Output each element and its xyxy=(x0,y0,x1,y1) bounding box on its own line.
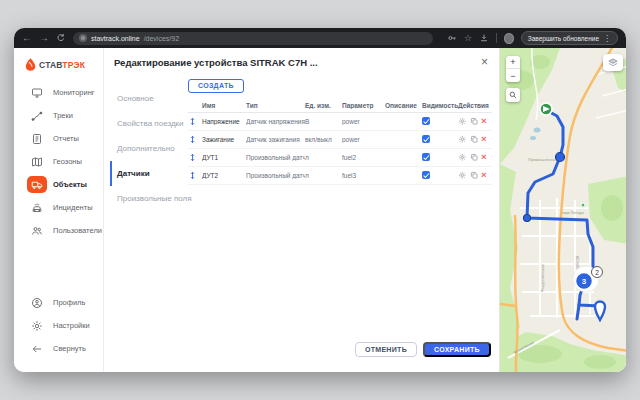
sensor-param: fuel2 xyxy=(342,154,385,161)
tab-additional[interactable]: Дополнительно xyxy=(110,136,188,161)
visibility-checkbox[interactable] xyxy=(422,135,430,143)
reorder-icon[interactable] xyxy=(188,116,202,127)
visibility-checkbox[interactable] xyxy=(422,117,430,125)
sidebar-footer: Профиль Настройки xyxy=(14,291,103,360)
tracks-icon xyxy=(27,107,47,124)
sensor-type: Датчик зажигания xyxy=(246,136,305,143)
browser-avatar[interactable] xyxy=(504,33,514,44)
sensor-param: fuel3 xyxy=(342,172,385,179)
waypoint-marker[interactable] xyxy=(523,215,530,222)
brand-name: СТАВТРЭК xyxy=(39,60,85,70)
sidebar-item-settings[interactable]: Настройки xyxy=(14,314,103,337)
save-button[interactable]: СОХРАНИТЬ xyxy=(423,342,491,357)
zoom-out-button[interactable]: − xyxy=(506,69,520,82)
create-button[interactable]: СОЗДАТЬ xyxy=(188,79,244,93)
sensor-unit: В xyxy=(305,118,342,125)
sensor-unit: л xyxy=(305,154,342,161)
sidebar-item-collapse[interactable]: Свернуть xyxy=(14,337,103,360)
sensor-param: power xyxy=(342,136,385,143)
sensor-type: Произвольный датчик xyxy=(246,154,305,161)
map-panel[interactable]: Промышленный парк Победы 50 лет ВЛКСМ Ро… xyxy=(499,48,626,372)
key-icon[interactable] xyxy=(447,33,457,44)
sidebar-item-monitoring[interactable]: Мониторинг xyxy=(14,81,103,104)
bookmark-star-icon[interactable]: ☆ xyxy=(464,33,472,43)
kebab-menu-icon[interactable]: ⋮ xyxy=(603,34,611,43)
finish-update-label: Завершить обновление xyxy=(528,35,599,42)
download-icon[interactable] xyxy=(479,33,489,44)
delete-icon[interactable]: × xyxy=(481,117,487,125)
flame-icon xyxy=(25,58,36,71)
incident-icon xyxy=(27,199,47,216)
sidebar: СТАВТРЭК Мониторинг xyxy=(14,48,104,372)
sidebar-item-geozones[interactable]: Геозоны xyxy=(14,150,103,173)
reorder-icon[interactable] xyxy=(188,152,202,163)
map-park-label: парк Победы xyxy=(562,211,584,215)
map-zoom-control: + − xyxy=(506,56,520,82)
gear-icon[interactable] xyxy=(458,153,467,162)
cluster-marker[interactable]: 3 2 xyxy=(573,266,603,292)
delete-icon[interactable]: × xyxy=(481,153,487,161)
map-district-label: Промышленный xyxy=(528,157,558,162)
gear-icon[interactable] xyxy=(458,135,467,144)
reorder-icon[interactable] xyxy=(188,134,202,145)
delete-icon[interactable]: × xyxy=(481,135,487,143)
dialog-tabs: Основное Свойства поездки Дополнительно … xyxy=(110,74,188,211)
sidebar-item-objects[interactable]: Объекты xyxy=(14,173,103,196)
visibility-checkbox[interactable] xyxy=(422,171,430,179)
cluster-count: 3 xyxy=(582,277,587,286)
collapse-icon xyxy=(27,340,47,357)
browser-toolbar: ← → stavtrack.online/devices/92 ☆ xyxy=(14,28,626,48)
reload-icon[interactable] xyxy=(56,33,66,44)
close-icon[interactable]: × xyxy=(479,57,490,67)
toolbar-divider xyxy=(496,33,497,43)
table-row: Зажигание Датчик зажигания вкл/выкл powe… xyxy=(188,131,492,149)
map-search-button[interactable] xyxy=(506,88,520,102)
url-host: stavtrack.online xyxy=(91,35,140,42)
delete-icon[interactable]: × xyxy=(481,171,487,179)
sensor-type: Произвольный датчик xyxy=(246,172,305,179)
copy-icon[interactable] xyxy=(470,171,479,180)
tab-custom-fields[interactable]: Произвольные поля xyxy=(110,186,188,211)
url-path: /devices/92 xyxy=(144,35,179,42)
sensor-name: Напряжение xyxy=(202,118,246,125)
desktop: ← → stavtrack.online/devices/92 ☆ xyxy=(0,0,640,400)
sidebar-item-reports[interactable]: Отчеты xyxy=(14,127,103,150)
geozones-icon xyxy=(27,153,47,170)
sidebar-item-users[interactable]: Пользователи xyxy=(14,219,103,242)
table-row: ДУТ1 Произвольный датчик л fuel2 × xyxy=(188,149,492,167)
copy-icon[interactable] xyxy=(470,135,479,144)
site-icon xyxy=(79,34,87,42)
tab-main[interactable]: Основное xyxy=(110,86,188,111)
sensor-name: ДУТ2 xyxy=(202,172,246,179)
gear-icon[interactable] xyxy=(458,117,467,126)
profile-icon xyxy=(27,294,47,311)
sensor-unit: л xyxy=(305,172,342,179)
visibility-checkbox[interactable] xyxy=(422,153,430,161)
map-layers-button[interactable] xyxy=(603,54,623,71)
map-street-label: Рождественская xyxy=(541,265,545,292)
route-end-pin[interactable] xyxy=(595,302,605,321)
sidebar-item-tracks[interactable]: Треки xyxy=(14,104,103,127)
forward-icon[interactable]: → xyxy=(39,28,49,48)
tab-trip-properties[interactable]: Свойства поездки xyxy=(110,111,188,136)
tab-sensors[interactable]: Датчики xyxy=(110,161,188,186)
sidebar-item-profile[interactable]: Профиль xyxy=(14,291,103,314)
dialog-footer: ОТМЕНИТЬ СОХРАНИТЬ xyxy=(355,342,491,357)
waypoint-marker[interactable] xyxy=(555,153,564,162)
sidebar-item-incidents[interactable]: Инциденты xyxy=(14,196,103,219)
route-start-marker[interactable] xyxy=(540,103,552,115)
zoom-in-button[interactable]: + xyxy=(506,56,520,69)
reorder-icon[interactable] xyxy=(188,170,202,181)
table-row: Напряжение Датчик напряжения В power × xyxy=(188,113,492,131)
gear-icon[interactable] xyxy=(458,171,467,180)
cancel-button[interactable]: ОТМЕНИТЬ xyxy=(355,342,417,357)
copy-icon[interactable] xyxy=(470,117,479,126)
address-bar[interactable]: stavtrack.online/devices/92 xyxy=(73,32,433,45)
back-icon[interactable]: ← xyxy=(22,28,32,48)
finish-update-button[interactable]: Завершить обновление ⋮ xyxy=(521,31,618,45)
cluster-badge-count: 2 xyxy=(595,269,599,276)
brand-logo[interactable]: СТАВТРЭК xyxy=(14,48,103,75)
copy-icon[interactable] xyxy=(470,153,479,162)
browser-window: ← → stavtrack.online/devices/92 ☆ xyxy=(14,28,626,372)
sensor-type: Датчик напряжения xyxy=(246,118,305,125)
